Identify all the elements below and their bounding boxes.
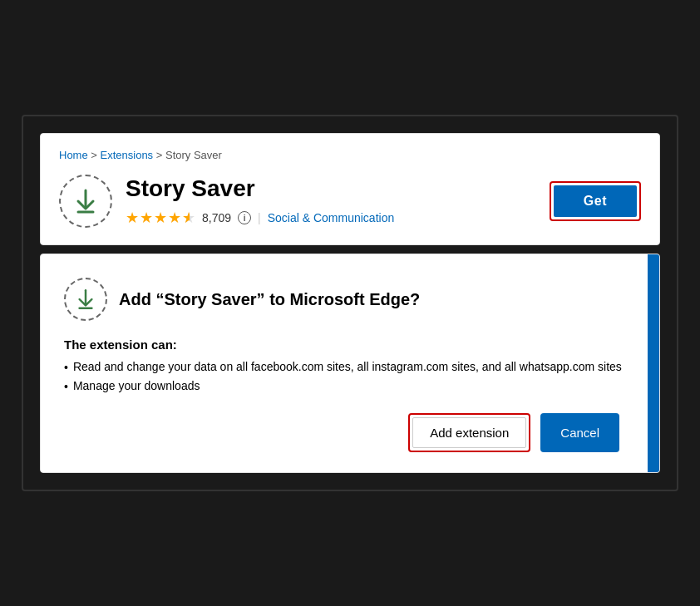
outer-wrapper: Home > Extensions > Story Saver Story Sa… [22, 115, 678, 491]
extension-info: Story Saver ★ ★ ★ ★ ★ ★ 8,709 [126, 175, 394, 227]
breadcrumb-home[interactable]: Home [59, 149, 88, 161]
blue-side-bar [648, 254, 659, 472]
can-label: The extension can: [64, 337, 636, 352]
extension-name: Story Saver [126, 175, 394, 202]
breadcrumb: Home > Extensions > Story Saver [59, 149, 641, 161]
extension-left: Story Saver ★ ★ ★ ★ ★ ★ 8,709 [59, 175, 394, 228]
dialog-download-icon [74, 288, 97, 311]
permission-item-1: • Read and change your data on all faceb… [64, 360, 636, 374]
extension-meta: ★ ★ ★ ★ ★ ★ 8,709 i | Social & Comm [126, 209, 394, 227]
dialog-panel: Add “Story Saver” to Microsoft Edge? The… [40, 254, 660, 473]
add-extension-wrapper: Add extension [408, 413, 530, 452]
dialog-body: The extension can: • Read and change you… [64, 337, 636, 393]
divider: | [258, 211, 261, 224]
get-button-wrapper: Get [550, 181, 641, 221]
star-3: ★ [154, 209, 167, 227]
top-panel: Home > Extensions > Story Saver Story Sa… [40, 133, 660, 245]
permission-text-1: Read and change your data on all faceboo… [73, 360, 622, 373]
bullet-2: • [64, 380, 68, 393]
star-4: ★ [168, 209, 181, 227]
dialog-icon [64, 278, 107, 321]
extension-header: Story Saver ★ ★ ★ ★ ★ ★ 8,709 [59, 175, 641, 228]
stars: ★ ★ ★ ★ ★ ★ [126, 209, 195, 227]
dialog-title: Add “Story Saver” to Microsoft Edge? [119, 290, 420, 309]
breadcrumb-extensions[interactable]: Extensions [101, 149, 154, 161]
star-2: ★ [140, 209, 153, 227]
star-1: ★ [126, 209, 139, 227]
info-icon[interactable]: i [238, 211, 251, 224]
permission-item-2: • Manage your downloads [64, 379, 636, 393]
get-button[interactable]: Get [554, 185, 637, 217]
breadcrumb-current: Story Saver [165, 149, 222, 161]
add-extension-button[interactable]: Add extension [412, 417, 526, 448]
cancel-button[interactable]: Cancel [540, 413, 619, 452]
extension-icon [59, 175, 112, 228]
bullet-1: • [64, 361, 68, 374]
rating-count: 8,709 [202, 211, 231, 224]
breadcrumb-sep1: > [91, 149, 100, 161]
star-half: ★ ★ [182, 209, 195, 227]
dialog-actions: Add extension Cancel [64, 413, 636, 452]
dialog-header: Add “Story Saver” to Microsoft Edge? [64, 278, 636, 321]
breadcrumb-sep2: > [156, 149, 165, 161]
permission-text-2: Manage your downloads [73, 379, 200, 392]
download-icon [71, 187, 100, 215]
category-link[interactable]: Social & Communication [268, 211, 395, 224]
